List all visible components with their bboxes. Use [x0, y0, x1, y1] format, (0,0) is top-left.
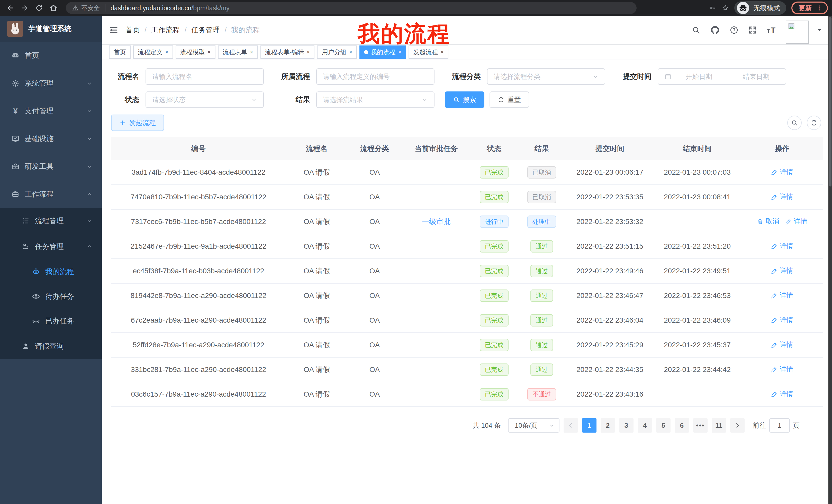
- sidebar-item-7[interactable]: 任务管理: [0, 234, 102, 259]
- page-button-2[interactable]: 2: [601, 418, 615, 432]
- prev-page-button[interactable]: [564, 418, 578, 432]
- cell-result: 通过: [517, 363, 566, 376]
- start-date-placeholder[interactable]: 开始日期: [676, 72, 723, 81]
- breadcrumb-item-0[interactable]: 首页: [126, 25, 140, 35]
- bookmark-star-icon[interactable]: [722, 4, 729, 12]
- breadcrumb-item-2[interactable]: 任务管理: [191, 25, 220, 35]
- sidebar-item-5[interactable]: 工作流程: [0, 180, 102, 208]
- goto-page-input[interactable]: [769, 418, 790, 432]
- browser-reload-icon[interactable]: [32, 1, 46, 15]
- row-action-detail[interactable]: 详情: [771, 192, 793, 201]
- row-action-detail[interactable]: 详情: [771, 167, 793, 176]
- page-button-5[interactable]: 5: [656, 418, 671, 432]
- security-warning[interactable]: 不安全: [72, 4, 100, 12]
- close-icon[interactable]: ×: [440, 49, 444, 55]
- row-action-detail[interactable]: 详情: [771, 389, 793, 398]
- row-action-detail[interactable]: 详情: [785, 217, 807, 226]
- browser-home-icon[interactable]: [46, 1, 61, 15]
- key-icon[interactable]: [709, 4, 716, 12]
- close-icon[interactable]: ×: [307, 49, 310, 55]
- submit-time-range[interactable]: 开始日期 - 结束日期: [658, 68, 786, 85]
- avatar-caret-icon[interactable]: [816, 27, 822, 33]
- active-dot: [364, 50, 368, 54]
- sidebar-item-11[interactable]: 请假查询: [0, 333, 102, 359]
- row-action-detail[interactable]: 详情: [771, 365, 793, 374]
- scrollbar-thumb[interactable]: [829, 17, 831, 187]
- tab-4[interactable]: 流程表单-编辑×: [260, 46, 315, 59]
- row-action-detail[interactable]: 详情: [771, 340, 793, 349]
- result-select[interactable]: 请选择流结果: [316, 91, 435, 108]
- next-page-button[interactable]: [730, 418, 745, 432]
- sidebar-item-9[interactable]: 待办任务: [0, 284, 102, 309]
- table-row-7: 52ffd28e-7b9a-11ec-a290-acde48001122OA 请…: [111, 333, 823, 358]
- page-button-11[interactable]: 11: [712, 418, 726, 432]
- column-header-5: 结果: [517, 144, 566, 153]
- sidebar-item-6[interactable]: 流程管理: [0, 208, 102, 234]
- page-button-6[interactable]: 6: [675, 418, 689, 432]
- sidebar-item-0[interactable]: 首页: [0, 41, 102, 69]
- cell-category: OA: [347, 193, 401, 201]
- fullscreen-icon[interactable]: [748, 26, 757, 34]
- close-icon[interactable]: ×: [250, 49, 253, 55]
- tab-label: 发起流程: [413, 48, 438, 56]
- tab-2[interactable]: 流程模型×: [176, 46, 215, 59]
- hamburger-icon[interactable]: [109, 25, 118, 35]
- close-icon[interactable]: ×: [207, 49, 211, 55]
- definition-input[interactable]: [323, 73, 428, 81]
- page-button-1[interactable]: 1: [582, 418, 597, 432]
- show-search-toggle-button[interactable]: [787, 116, 802, 130]
- page-content: 流程名 所属流程 流程分类 请选择流程分类 提交时间: [102, 60, 828, 504]
- sidebar-item-8[interactable]: 我的流程: [0, 259, 102, 284]
- page-size-select[interactable]: 10条/页: [508, 418, 560, 432]
- create-process-button[interactable]: 发起流程: [111, 115, 164, 131]
- sidebar-item-4[interactable]: 研发工具: [0, 152, 102, 180]
- tab-5[interactable]: 用户分组×: [317, 46, 357, 59]
- pager-ellipsis[interactable]: •••: [693, 418, 707, 432]
- page-button-4[interactable]: 4: [638, 418, 652, 432]
- sidebar-item-2[interactable]: ¥支付管理: [0, 97, 102, 125]
- tab-3[interactable]: 流程表单×: [218, 46, 258, 59]
- breadcrumb-item-1[interactable]: 工作流程: [151, 25, 180, 35]
- font-size-icon[interactable]: TT: [767, 26, 776, 34]
- sidebar-item-3[interactable]: 基础设施: [0, 125, 102, 152]
- tab-label: 我的流程: [371, 48, 395, 56]
- name-input-wrap: [146, 68, 264, 85]
- close-icon[interactable]: ×: [165, 49, 168, 55]
- close-icon[interactable]: ×: [398, 49, 401, 55]
- row-action-detail[interactable]: 详情: [771, 266, 793, 275]
- help-icon[interactable]: [730, 26, 738, 34]
- category-select[interactable]: 请选择流程分类: [487, 68, 605, 85]
- end-date-placeholder[interactable]: 结束日期: [733, 72, 780, 81]
- cell-id: ec45f38f-7b9a-11ec-b03b-acde48001122: [111, 267, 286, 275]
- browser-forward-icon[interactable]: [18, 1, 32, 15]
- address-bar[interactable]: 不安全 dashboard.yudao.iocoder.cn/bpm/task/…: [66, 2, 636, 14]
- eye-icon: [32, 292, 40, 301]
- cell-current-task[interactable]: 一级审批: [401, 217, 471, 227]
- header-search-icon[interactable]: [692, 26, 700, 34]
- sidebar-item-1[interactable]: 系统管理: [0, 69, 102, 97]
- close-icon[interactable]: ×: [349, 49, 352, 55]
- cell-name: OA 请假: [286, 167, 347, 177]
- browser-back-icon[interactable]: [3, 1, 18, 15]
- avatar[interactable]: [786, 21, 809, 44]
- tab-0[interactable]: 首页: [109, 46, 131, 59]
- sidebar-logo[interactable]: 芋道管理系统: [0, 16, 102, 41]
- reset-button[interactable]: 重置: [490, 91, 529, 108]
- status-select[interactable]: 请选择状态: [146, 91, 264, 108]
- row-action-cancel[interactable]: 取消: [757, 217, 779, 226]
- search-button[interactable]: 搜索: [445, 91, 485, 108]
- filter-result-label: 结果: [274, 95, 310, 105]
- row-action-detail[interactable]: 详情: [771, 291, 793, 300]
- row-action-detail[interactable]: 详情: [771, 242, 793, 250]
- url-host: dashboard.yudao.iocoder.cn: [110, 4, 191, 12]
- row-action-detail[interactable]: 详情: [771, 315, 793, 325]
- refresh-table-button[interactable]: [807, 116, 821, 130]
- page-button-3[interactable]: 3: [619, 418, 633, 432]
- github-icon[interactable]: [710, 25, 720, 35]
- name-input[interactable]: [152, 73, 257, 81]
- window-scrollbar[interactable]: [828, 16, 832, 504]
- trash-icon: [757, 218, 763, 225]
- sidebar-item-10[interactable]: 已办任务: [0, 309, 102, 333]
- tab-1[interactable]: 流程定义×: [133, 46, 173, 59]
- browser-update-button[interactable]: 更新: [791, 2, 828, 15]
